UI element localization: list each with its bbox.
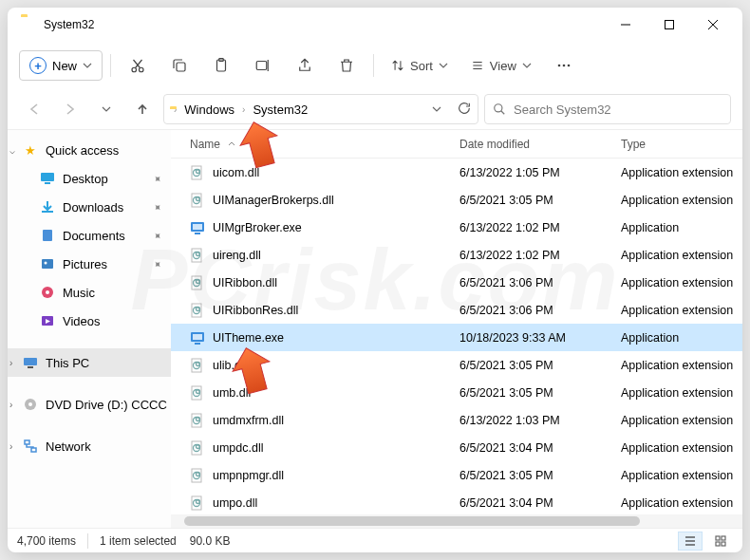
- chevron-right-icon: ›: [9, 358, 12, 368]
- sidebar-item-music[interactable]: Music: [8, 278, 171, 307]
- column-name[interactable]: Name: [180, 138, 450, 151]
- file-row[interactable]: umb.dll6/5/2021 3:05 PMApplication exten…: [171, 379, 742, 406]
- breadcrumb[interactable]: System32: [249, 101, 311, 119]
- file-row[interactable]: UITheme.exe10/18/2023 9:33 AMApplication: [171, 324, 742, 351]
- dll-icon: [190, 358, 205, 373]
- file-type: Application extension: [611, 304, 742, 317]
- music-icon: [40, 285, 55, 300]
- file-name: UIRibbon.dll: [213, 276, 277, 289]
- svg-rect-20: [43, 230, 52, 241]
- chevron-down-icon: [522, 61, 532, 70]
- desktop-icon: [40, 171, 55, 186]
- file-date: 6/5/2021 3:05 PM: [450, 359, 611, 372]
- file-name: umb.dll: [213, 386, 251, 400]
- file-row[interactable]: uicom.dll6/13/2022 1:05 PMApplication ex…: [171, 159, 742, 186]
- titlebar: System32: [8, 8, 742, 42]
- maximize-button[interactable]: [647, 9, 691, 40]
- file-date: 10/18/2023 9:33 AM: [450, 331, 611, 345]
- sidebar-item-quick-access[interactable]: ⌵ ★ Quick access: [8, 136, 171, 164]
- forward-button[interactable]: [55, 94, 85, 124]
- folder-icon: [21, 17, 36, 32]
- file-row[interactable]: UIRibbon.dll6/5/2021 3:06 PMApplication …: [171, 269, 742, 296]
- chevron-down-icon: [439, 61, 448, 70]
- file-name: umpdc.dll: [213, 441, 264, 455]
- thumbnails-view-button[interactable]: [708, 532, 733, 551]
- sidebar-item-dvd[interactable]: ›DVD Drive (D:) CCCC: [8, 390, 171, 419]
- recent-dropdown[interactable]: [91, 94, 122, 124]
- refresh-button[interactable]: [457, 101, 472, 119]
- plus-icon: +: [29, 57, 47, 74]
- file-type: Application extension: [611, 249, 742, 262]
- back-button[interactable]: [19, 94, 49, 124]
- file-type: Application extension: [611, 414, 742, 427]
- minimize-button[interactable]: [604, 9, 647, 40]
- file-row[interactable]: UIRibbonRes.dll6/5/2021 3:06 PMApplicati…: [171, 296, 742, 324]
- svg-point-14: [563, 65, 566, 67]
- file-list[interactable]: uicom.dll6/13/2022 1:05 PMApplication ex…: [171, 159, 742, 514]
- download-icon: [40, 199, 55, 215]
- svg-rect-74: [716, 536, 720, 540]
- chevron-down-icon[interactable]: [432, 103, 441, 117]
- more-icon: [555, 57, 572, 74]
- file-name: umdmxfrm.dll: [213, 414, 284, 427]
- file-row[interactable]: UIManagerBrokerps.dll6/5/2021 3:05 PMApp…: [171, 186, 742, 214]
- more-button[interactable]: [545, 48, 583, 83]
- svg-rect-40: [195, 233, 200, 234]
- sidebar-item-this-pc[interactable]: ›This PC: [8, 348, 171, 377]
- sort-button[interactable]: Sort: [382, 48, 458, 83]
- sidebar-item-documents[interactable]: Documents✦: [8, 221, 171, 250]
- pin-icon: ✦: [150, 199, 165, 215]
- pin-icon: ✦: [150, 171, 165, 186]
- file-row[interactable]: umdmxfrm.dll6/13/2022 1:03 PMApplication…: [171, 406, 742, 434]
- file-row[interactable]: umpo.dll6/5/2021 3:04 PMApplication exte…: [171, 489, 742, 514]
- address-bar[interactable]: › Windows › System32: [163, 94, 478, 124]
- item-count: 4,700 items: [17, 534, 76, 548]
- view-button[interactable]: View: [461, 48, 541, 83]
- svg-rect-39: [193, 224, 202, 230]
- sidebar-item-pictures[interactable]: Pictures✦: [8, 250, 171, 278]
- search-input[interactable]: Search System32: [484, 94, 731, 124]
- file-row[interactable]: umpnpmgr.dll6/5/2021 3:05 PMApplication …: [171, 461, 742, 489]
- svg-rect-31: [31, 448, 36, 452]
- sidebar-item-network[interactable]: ›Network: [8, 432, 171, 460]
- column-headers: Name Date modified Type: [171, 130, 742, 159]
- svg-point-24: [46, 290, 49, 294]
- file-row[interactable]: ulib.dll6/5/2021 3:05 PMApplication exte…: [171, 351, 742, 379]
- explorer-window: System32 + New Sort View: [8, 8, 742, 552]
- file-type: Application extension: [611, 496, 742, 510]
- sidebar-item-videos[interactable]: Videos: [8, 307, 171, 335]
- file-name: uireng.dll: [213, 249, 261, 262]
- rename-button[interactable]: [244, 48, 282, 83]
- column-type[interactable]: Type: [611, 138, 742, 151]
- horizontal-scrollbar[interactable]: [171, 514, 742, 528]
- file-type: Application extension: [611, 166, 742, 179]
- paste-button[interactable]: [202, 48, 240, 83]
- sidebar-item-downloads[interactable]: Downloads✦: [8, 193, 171, 221]
- dll-icon: [190, 248, 205, 263]
- file-row[interactable]: uireng.dll6/13/2022 1:02 PMApplication e…: [171, 241, 742, 269]
- column-date[interactable]: Date modified: [450, 138, 611, 151]
- close-button[interactable]: [691, 9, 735, 40]
- file-name: uicom.dll: [213, 166, 259, 179]
- file-row[interactable]: UIMgrBroker.exe6/13/2022 1:02 PMApplicat…: [171, 214, 742, 241]
- file-name: UITheme.exe: [213, 331, 284, 345]
- search-placeholder: Search System32: [514, 103, 611, 117]
- app-icon: [190, 330, 205, 345]
- svg-line-17: [501, 111, 505, 115]
- pin-icon: ✦: [150, 228, 165, 243]
- dll-icon: [190, 413, 205, 428]
- breadcrumb[interactable]: Windows: [180, 101, 238, 119]
- videos-icon: [40, 313, 55, 328]
- svg-rect-9: [256, 62, 267, 70]
- delete-button[interactable]: [328, 48, 366, 83]
- dll-icon: [190, 165, 205, 180]
- sidebar-item-desktop[interactable]: Desktop✦: [8, 164, 171, 193]
- copy-button[interactable]: [160, 48, 198, 83]
- cut-button[interactable]: [119, 48, 157, 83]
- dll-icon: [190, 275, 205, 290]
- file-row[interactable]: umpdc.dll6/5/2021 3:04 PMApplication ext…: [171, 434, 742, 461]
- share-button[interactable]: [286, 48, 324, 83]
- details-view-button[interactable]: [678, 532, 703, 551]
- up-button[interactable]: [127, 94, 158, 124]
- new-button[interactable]: + New: [19, 50, 103, 81]
